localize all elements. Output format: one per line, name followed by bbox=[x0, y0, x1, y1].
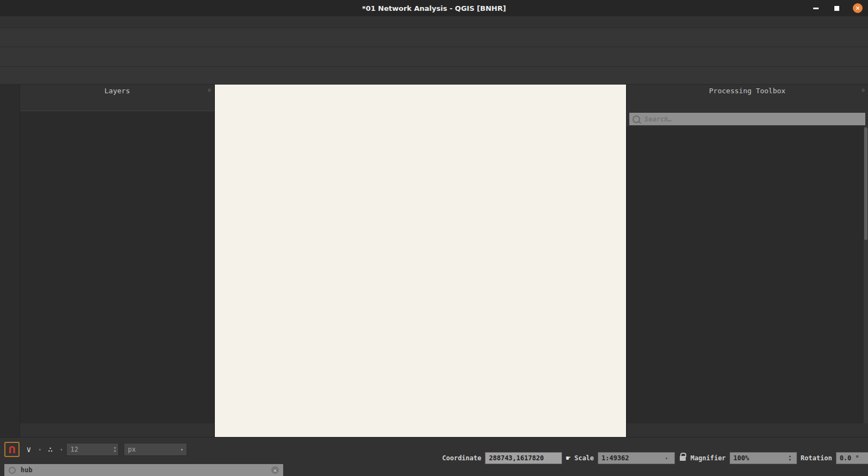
panel-float-icon[interactable]: ▫ bbox=[861, 87, 865, 93]
processing-tree bbox=[627, 126, 868, 423]
processing-search-input[interactable] bbox=[643, 115, 862, 124]
processing-toolbox-panel: Processing Toolbox ▫ bbox=[627, 85, 868, 437]
menu-bar bbox=[0, 16, 868, 28]
processing-toolbox-title: Processing Toolbox bbox=[709, 87, 786, 95]
toolbar-row-1 bbox=[0, 28, 868, 47]
snapping-magnet-icon[interactable]: U bbox=[5, 443, 18, 456]
window-title: *01 Network Analysis - QGIS [BNHR] bbox=[362, 4, 506, 12]
search-icon bbox=[633, 115, 640, 123]
scale-label: Scale bbox=[575, 454, 594, 462]
coordinate-label: Coordinate bbox=[442, 454, 481, 462]
map-canvas[interactable] bbox=[214, 85, 627, 437]
title-bar: *01 Network Analysis - QGIS [BNHR] ✕ bbox=[0, 0, 868, 16]
clear-search-icon[interactable]: ✕ bbox=[271, 466, 279, 474]
status-bar: Coordinate ☛ Scale 1:49362▾ Magnifier 10… bbox=[442, 438, 868, 476]
magnifier-spin[interactable]: 100% ▲▼ bbox=[730, 452, 797, 464]
snapping-tolerance-spin[interactable]: 12 ▲▼ bbox=[66, 443, 119, 456]
coordinate-input[interactable] bbox=[485, 452, 562, 464]
locator-search-input[interactable] bbox=[20, 466, 267, 474]
minimize-button[interactable] bbox=[812, 4, 820, 12]
toolbar-row-2 bbox=[0, 47, 868, 66]
processing-toolbox-toolbar bbox=[627, 97, 868, 111]
snapping-mode-icon[interactable]: ∨ bbox=[22, 443, 35, 456]
close-button[interactable]: ✕ bbox=[853, 3, 863, 13]
layers-panel-title: Layers bbox=[105, 87, 130, 95]
snapping-type-icon[interactable]: ∴ bbox=[44, 443, 57, 456]
mouse-position-icon[interactable]: ☛ bbox=[566, 454, 570, 462]
rotation-spin[interactable]: 0.0 ° ▲▼ bbox=[836, 452, 868, 464]
right-dock-tabs bbox=[627, 423, 868, 437]
layers-panel: Layers ▫ bbox=[20, 85, 214, 437]
snapping-unit-combo[interactable]: px ▾ bbox=[124, 443, 187, 456]
layers-panel-toolbar bbox=[20, 97, 214, 111]
magnifier-label: Magnifier bbox=[691, 454, 726, 462]
toolbar-row-3 bbox=[0, 66, 868, 85]
scrollbar[interactable] bbox=[864, 126, 868, 423]
left-plugin-rail bbox=[0, 85, 20, 437]
processing-search[interactable] bbox=[629, 113, 865, 125]
left-dock-tabs bbox=[20, 423, 214, 437]
panel-float-icon[interactable]: ▫ bbox=[208, 87, 211, 93]
maximize-button[interactable] bbox=[832, 4, 841, 12]
search-icon bbox=[9, 467, 16, 474]
locator-search[interactable]: ✕ bbox=[4, 464, 283, 476]
lock-scale-icon[interactable] bbox=[680, 456, 686, 461]
snapping-toolbar: U ∨▾ ∴▾ 12 ▲▼ px ▾ bbox=[0, 438, 442, 461]
layers-tree bbox=[20, 111, 214, 423]
rotation-label: Rotation bbox=[801, 454, 832, 462]
scale-combo[interactable]: 1:49362▾ bbox=[598, 452, 675, 464]
